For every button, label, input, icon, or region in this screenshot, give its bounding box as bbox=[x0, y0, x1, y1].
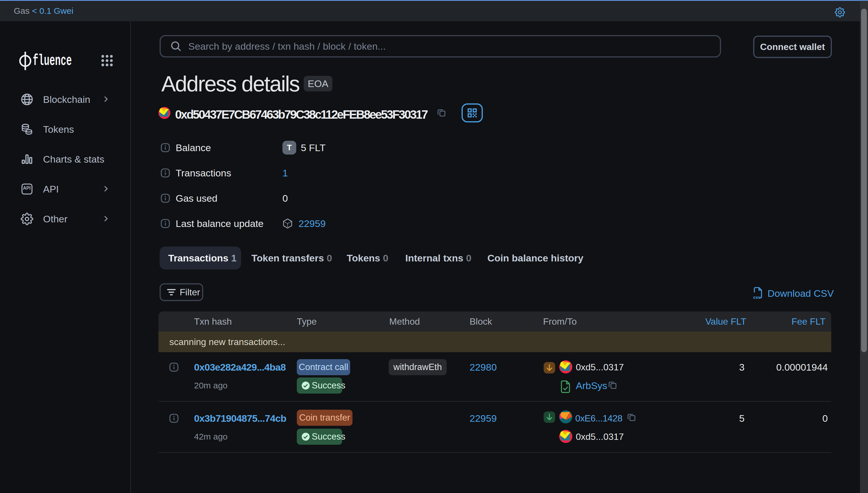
svg-text:csv: csv bbox=[753, 295, 761, 300]
